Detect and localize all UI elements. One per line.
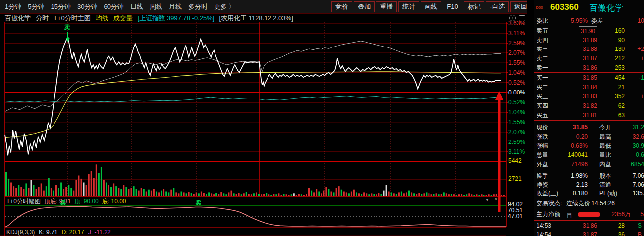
panel-divider — [534, 72, 644, 73]
index_shangzheng-line — [5, 96, 501, 102]
sub-sell-marker: 卖 — [196, 199, 201, 205]
weibi-value: 5.95% — [571, 16, 588, 25]
tick-row: 14:5431.8736B — [534, 230, 644, 236]
panel-divider — [534, 15, 644, 15]
info-value-2: 30.9 — [633, 142, 644, 150]
bid-change: + — [641, 92, 644, 101]
info-label-2: 最低 — [599, 142, 611, 150]
info-label-1: 换手 — [537, 171, 548, 180]
weicha-value: 10 — [638, 16, 644, 25]
info-label-2: 今开 — [599, 123, 611, 132]
ask-row-4[interactable]: 卖四31.8990 — [534, 36, 644, 45]
info-label-2: 最高 — [599, 132, 611, 141]
ask-row-2[interactable]: 卖二31.87212+ — [534, 54, 644, 63]
list-icon[interactable]: 目 — [567, 211, 572, 220]
y-axis-pct-label: 3.11% — [508, 30, 528, 36]
ask-level-label: 卖五 — [537, 26, 548, 35]
tick-volume: 28 — [618, 221, 625, 230]
collapse-pane-icon[interactable]: ▼ — [485, 198, 489, 202]
trade-status-value: 连续竞价 14:54:26 — [566, 199, 615, 208]
y-axis-pct-label: 2.07% — [508, 50, 528, 56]
ask-price[interactable]: 31.87 — [583, 54, 597, 63]
kdj-title[interactable]: KDJ(9,3,3) — [6, 229, 35, 236]
main-net-bar — [578, 212, 600, 217]
info-label-1: 现价 — [537, 123, 548, 132]
info-label-2: 量比 — [599, 150, 611, 159]
ask-volume: 253 — [615, 63, 625, 72]
y-axis-pct-label: 2.59% — [508, 139, 528, 145]
bid-change: -1 — [639, 73, 644, 82]
info-label-2: PE(动) — [599, 189, 617, 198]
y-axis-pct-label: 0.52% — [508, 80, 528, 86]
bid-price[interactable]: 31.84 — [583, 83, 597, 92]
bid-price[interactable]: 31.85 — [583, 73, 597, 82]
bid-level-label: 买一 — [537, 73, 548, 82]
info-value-1: 140041 — [568, 150, 588, 159]
ask-price[interactable]: 31.86 — [583, 63, 597, 72]
bid-price[interactable]: 31.83 — [583, 92, 597, 101]
volume-axis-label: 5442 — [508, 158, 528, 164]
bid-level-label: 买二 — [537, 83, 548, 92]
bid-level-label: 买四 — [537, 101, 548, 110]
info-value-1: 2.13 — [576, 180, 588, 189]
tick-price: 31.86 — [583, 221, 597, 230]
weibi-row: 委比5.95%委差10 — [534, 16, 644, 25]
bid-row-3[interactable]: 买三31.83352+ — [534, 92, 644, 101]
sub-indicator-title[interactable]: T+0分时幅图 — [6, 197, 41, 204]
ask-volume: 130 — [615, 45, 625, 53]
bid-volume: 454 — [615, 73, 625, 82]
ask-price[interactable]: 31.90 — [579, 26, 597, 36]
stock-name[interactable]: 百傲化学 — [590, 2, 623, 14]
info-value-2: 6854 — [631, 160, 644, 169]
ask-level-label: 卖四 — [537, 36, 548, 45]
bid-price[interactable]: 31.81 — [583, 111, 597, 120]
expand-up-icon[interactable]: ↑ — [509, 15, 516, 21]
ask-row-3[interactable]: 卖三31.88130+2 — [534, 45, 644, 53]
ask-change: +2 — [637, 45, 644, 53]
tick-price: 31.87 — [583, 230, 597, 236]
info-row: 涨幅0.63%最低30.9 — [534, 142, 644, 150]
weicha-label: 委差 — [591, 16, 603, 25]
sell-signal-marker: 卖 — [64, 23, 70, 32]
close-pane-icon[interactable]: × — [494, 197, 497, 201]
bid-volume: 21 — [618, 83, 625, 92]
bid-row-2[interactable]: 买二31.8421 — [534, 83, 644, 92]
kdj-indicator-header: KDJ(9,3,3) K: 9.71 D: 20.17 J: -11.22 — [6, 229, 111, 236]
quote-panel: I000 603360 百傲化学 委比5.95%委差10卖五31.90160卖四… — [534, 0, 644, 236]
panel-toggle-icon[interactable] — [519, 15, 525, 21]
info-label-1: 涨幅 — [537, 142, 548, 150]
panel-splitter[interactable] — [527, 0, 534, 236]
bid-volume: 63 — [618, 111, 625, 120]
info-label-1: 涨跌 — [537, 132, 548, 141]
ask-price[interactable]: 31.89 — [583, 36, 597, 45]
info-label-1: 外盘 — [537, 160, 548, 169]
ask-price[interactable]: 31.88 — [583, 45, 597, 53]
info-row: 外盘71496内盘6854 — [534, 160, 644, 169]
panel-divider — [534, 169, 644, 169]
bid-price[interactable]: 31.82 — [583, 101, 597, 110]
stock-code[interactable]: 603360 — [550, 2, 579, 12]
main-net-extra: 5 — [640, 210, 644, 219]
bid-volume: 62 — [618, 101, 625, 110]
info-row: 净资2.13流通7.06 — [534, 180, 644, 189]
y-axis-pct-label: 1.04% — [508, 70, 528, 76]
y-axis-pct-label: 2.07% — [508, 129, 528, 135]
info-row: 涨跌0.20最高32.6 — [534, 132, 644, 141]
bid-row-1[interactable]: 买一31.85454-1 — [534, 73, 644, 82]
ask-row-5[interactable]: 卖五31.90160 — [534, 26, 644, 35]
info-row: 现价31.85今开31.2 — [534, 123, 644, 132]
quote-header: I000 603360 百傲化学 — [534, 0, 644, 15]
ask-row-1[interactable]: 卖一31.86253 — [534, 63, 644, 72]
info-row: 换手1.98%股本7.06 — [534, 171, 644, 180]
panel-divider — [534, 209, 644, 209]
y-axis-pct-label: 1.04% — [508, 109, 528, 115]
info-value-2: 31.2 — [633, 123, 644, 132]
bid-row-4[interactable]: 买四31.8262 — [534, 101, 644, 110]
info-value-2: 0.6 — [636, 150, 644, 159]
info-value-2: 7.06 — [633, 180, 644, 189]
market-tag: I000 — [536, 5, 543, 10]
trade-status-row: 交易状态:连续竞价 14:54:26 — [534, 199, 644, 208]
info-value-1: 31.85 — [573, 123, 588, 132]
bid-row-5[interactable]: 买五31.8163 — [534, 111, 644, 120]
main-net-row[interactable]: 主力净额目2356万5 — [534, 210, 644, 219]
